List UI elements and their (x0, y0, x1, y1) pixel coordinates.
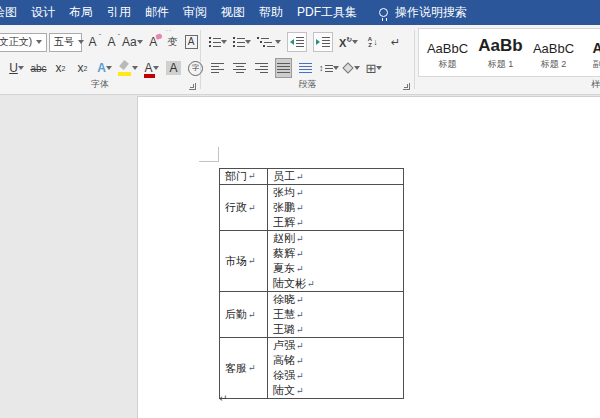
character-shading-button[interactable]: A (165, 58, 182, 78)
font-name-combobox[interactable]: 中文正文) (0, 33, 47, 52)
chevron-down-icon (153, 66, 159, 70)
employee-name: 陆文彬 (273, 277, 306, 290)
change-case-button[interactable]: Aa (122, 32, 143, 52)
strikethrough-button[interactable]: abc (30, 58, 47, 78)
menu-tab-9[interactable]: PDF工具集 (290, 0, 364, 25)
paragraph-mark-icon: ↵ (391, 36, 400, 49)
text-effects-button[interactable]: A (96, 58, 113, 78)
table-row-1[interactable]: 行政↵张均↵张鹏↵王辉↵ (220, 184, 403, 230)
menu-tab-2[interactable]: 设计 (24, 0, 62, 25)
table-row-3[interactable]: 后勤↵徐晓↵王慧↵王璐↵ (220, 291, 403, 337)
margin-crop-mark-vertical (218, 147, 219, 162)
header-department-cell[interactable]: 部门↵ (220, 169, 268, 184)
style-name: 标题 2 (541, 58, 567, 71)
style-item-1[interactable]: AaBbC标题 (423, 32, 472, 73)
table-row-4[interactable]: 客服↵卢强↵高铭↵徐强↵陆文↵ (220, 337, 403, 398)
paragraph-group-label: 段落 (201, 78, 414, 91)
menu-tab-3[interactable]: 布局 (62, 0, 100, 25)
align-right-button[interactable] (253, 58, 270, 78)
font-group-row2: U abc x2 x2 A (0, 56, 200, 80)
tell-me-search[interactable]: 操作说明搜索 (379, 4, 467, 21)
document-area[interactable]: 部门↵员工↵行政↵张均↵张鹏↵王辉↵市场↵赵刚↵蔡辉↵夏东↵陆文彬↵后勤↵徐晓↵… (0, 95, 600, 417)
style-name: 标题 (439, 58, 457, 71)
menu-tab-4[interactable]: 引用 (100, 0, 138, 25)
bullet-list-icon (209, 37, 221, 47)
superscript-button[interactable]: x2 (74, 58, 91, 78)
menu-tab-6[interactable]: 审阅 (176, 0, 214, 25)
superscript-digit: 2 (84, 65, 88, 72)
justify-button[interactable] (275, 58, 292, 78)
chevron-down-icon (221, 40, 227, 44)
grow-font-button[interactable]: Aˆ (84, 32, 101, 52)
align-right-icon (255, 63, 268, 73)
employee-line: 夏东↵ (273, 261, 403, 276)
doc-table[interactable]: 部门↵员工↵行政↵张均↵张鹏↵王辉↵市场↵赵刚↵蔡辉↵夏东↵陆文彬↵后勤↵徐晓↵… (219, 168, 404, 399)
table-row-2[interactable]: 市场↵赵刚↵蔡辉↵夏东↵陆文彬↵ (220, 230, 403, 291)
cell-end-mark: ↵ (296, 356, 304, 366)
department-cell[interactable]: 客服↵ (220, 338, 268, 398)
document-page[interactable]: 部门↵员工↵行政↵张均↵张鹏↵王辉↵市场↵赵刚↵蔡辉↵夏东↵陆文彬↵后勤↵徐晓↵… (137, 96, 600, 418)
numbering-button[interactable] (233, 32, 251, 52)
multilevel-list-button[interactable] (257, 32, 281, 52)
table-header-row[interactable]: 部门↵员工↵ (220, 169, 403, 184)
department-cell[interactable]: 行政↵ (220, 185, 268, 230)
department-cell[interactable]: 后勤↵ (220, 292, 268, 337)
font-dialog-launcher[interactable] (189, 83, 196, 90)
align-center-button[interactable] (231, 58, 248, 78)
clear-formatting-button[interactable]: A (145, 32, 162, 52)
employee-name: 王璐 (273, 323, 295, 336)
decrease-indent-button[interactable] (287, 32, 307, 52)
character-border-button[interactable]: A (183, 32, 200, 52)
underline-button[interactable]: U (8, 58, 25, 78)
menu-tab-1[interactable]: 绘图 (0, 0, 24, 25)
sort-button[interactable]: A Z ↓ (364, 32, 381, 52)
phonetic-guide-button[interactable]: 变 (164, 32, 181, 52)
department-cell[interactable]: 市场↵ (220, 231, 268, 291)
style-preview: AaBbC (533, 41, 574, 56)
header-department-text: 部门 (225, 169, 247, 184)
distribute-button[interactable] (297, 58, 314, 78)
paragraph-dialog-launcher[interactable] (403, 83, 410, 90)
cell-end-mark: ↵ (296, 188, 304, 198)
strikethrough-icon: abc (30, 63, 46, 74)
borders-button[interactable]: ⊞ (366, 58, 383, 78)
shading-button[interactable] (344, 58, 361, 78)
employee-cell[interactable]: 张均↵张鹏↵王辉↵ (268, 185, 403, 230)
indent-lines (296, 37, 304, 47)
employee-cell[interactable]: 赵刚↵蔡辉↵夏东↵陆文彬↵ (268, 231, 403, 291)
asian-layout-icon: X↻ (339, 36, 352, 49)
style-preview: AaB (592, 40, 600, 56)
employee-cell[interactable]: 卢强↵高铭↵徐强↵陆文↵ (268, 338, 403, 398)
menu-tab-5[interactable]: 邮件 (138, 0, 176, 25)
styles-group: AaBbC标题AaBb标题 1AaBbC标题 2AaB副标题 样式 (415, 25, 600, 94)
enclose-char-glyph: 字 (192, 63, 199, 73)
subscript-button[interactable]: x2 (52, 58, 69, 78)
cell-end-mark: ↵ (296, 249, 304, 259)
font-color-button[interactable]: A (143, 58, 160, 78)
multilevel-list-icon (257, 37, 275, 47)
sort-arrow: ↓ (373, 37, 378, 47)
department-text: 后勤 (225, 307, 247, 322)
cell-end-mark: ↵ (296, 341, 304, 351)
style-item-4[interactable]: AaB副标题 (582, 32, 600, 73)
paint-bucket-icon (342, 62, 353, 73)
asian-layout-button[interactable]: X↻ (339, 32, 358, 52)
style-item-2[interactable]: AaBb标题 1 (476, 32, 525, 73)
employee-line: 王辉↵ (273, 215, 403, 230)
style-item-3[interactable]: AaBbC标题 2 (529, 32, 578, 73)
employee-name: 卢强 (273, 339, 295, 352)
bullets-button[interactable] (209, 32, 227, 52)
header-employee-cell[interactable]: 员工↵ (268, 169, 403, 184)
menu-tab-7[interactable]: 视图 (214, 0, 252, 25)
align-left-button[interactable] (209, 58, 226, 78)
shrink-font-button[interactable]: Aˇ (103, 32, 120, 52)
text-highlight-color-button[interactable] (118, 58, 138, 78)
employee-cell[interactable]: 徐晓↵王慧↵王璐↵ (268, 292, 403, 337)
increase-indent-button[interactable] (313, 32, 333, 52)
line-spacing-button[interactable]: ↕ (319, 58, 339, 78)
font-size-combobox[interactable]: 五号 (49, 33, 82, 52)
character-border-icon: A (185, 35, 198, 49)
menu-tab-8[interactable]: 帮助 (252, 0, 290, 25)
show-hide-marks-button[interactable]: ↵ (387, 32, 404, 52)
paragraph-group-row2: ↕ ⊞ (201, 56, 414, 80)
